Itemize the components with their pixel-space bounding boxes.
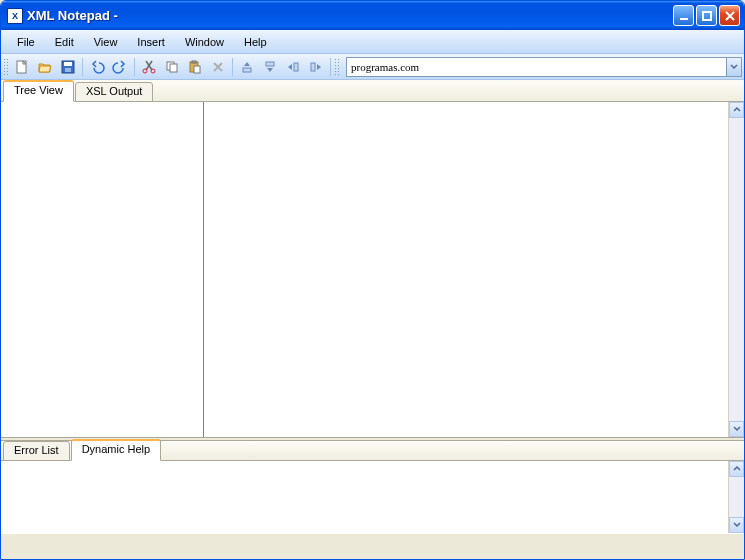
svg-rect-15 <box>192 61 196 63</box>
save-icon <box>60 59 76 75</box>
nudge-left-icon <box>285 59 301 75</box>
nudge-up-icon <box>239 59 255 75</box>
tab-error-list[interactable]: Error List <box>3 441 70 461</box>
nudge-left-button[interactable] <box>282 56 304 78</box>
nudge-down-button[interactable] <box>259 56 281 78</box>
titlebar: X XML Notepad - <box>1 1 744 30</box>
toolbar-separator <box>82 58 83 76</box>
menubar: File Edit View Insert Window Help <box>1 30 744 54</box>
statusbar <box>1 533 744 555</box>
work-area <box>1 102 744 437</box>
toolbar-separator <box>134 58 135 76</box>
nudge-down-icon <box>262 59 278 75</box>
save-button[interactable] <box>57 56 79 78</box>
tab-xsl-output[interactable]: XSL Output <box>75 82 153 102</box>
redo-button[interactable] <box>109 56 131 78</box>
minimize-button[interactable] <box>673 5 694 26</box>
menu-view[interactable]: View <box>84 33 128 51</box>
scroll-up-button[interactable] <box>729 461 744 477</box>
maximize-icon <box>699 8 715 24</box>
menu-help[interactable]: Help <box>234 33 277 51</box>
app-icon: X <box>7 8 23 24</box>
toolbar-grip[interactable] <box>3 58 8 76</box>
undo-icon <box>89 59 105 75</box>
copy-icon <box>164 59 180 75</box>
svg-rect-13 <box>170 64 177 72</box>
cut-button[interactable] <box>138 56 160 78</box>
menu-window[interactable]: Window <box>175 33 234 51</box>
svg-rect-16 <box>194 66 200 73</box>
delete-button[interactable] <box>207 56 229 78</box>
undo-button[interactable] <box>86 56 108 78</box>
window-title: XML Notepad - <box>27 8 118 23</box>
toolbar <box>1 54 744 80</box>
close-icon <box>722 8 738 24</box>
svg-point-11 <box>151 69 155 73</box>
bottom-scrollbar[interactable] <box>728 461 744 533</box>
menu-insert[interactable]: Insert <box>127 33 175 51</box>
open-folder-icon <box>37 59 53 75</box>
tree-pane[interactable] <box>1 102 204 437</box>
menu-file[interactable]: File <box>7 33 45 51</box>
copy-button[interactable] <box>161 56 183 78</box>
bottom-tabstrip: Error List Dynamic Help <box>1 441 744 461</box>
new-file-icon <box>14 59 30 75</box>
location-combo[interactable] <box>346 57 742 77</box>
cut-icon <box>141 59 157 75</box>
chevron-down-icon <box>733 425 741 433</box>
svg-rect-19 <box>243 68 251 72</box>
chevron-down-icon <box>733 521 741 529</box>
open-button[interactable] <box>34 56 56 78</box>
delete-icon <box>210 59 226 75</box>
nudge-up-button[interactable] <box>236 56 258 78</box>
chevron-up-icon <box>733 465 741 473</box>
svg-rect-20 <box>266 62 274 66</box>
svg-point-10 <box>143 69 147 73</box>
svg-rect-1 <box>703 12 711 20</box>
scroll-down-button[interactable] <box>729 421 744 437</box>
svg-rect-22 <box>311 63 315 71</box>
top-tabstrip: Tree View XSL Output <box>1 80 744 102</box>
svg-rect-7 <box>65 68 71 72</box>
paste-button[interactable] <box>184 56 206 78</box>
svg-rect-21 <box>294 63 298 71</box>
svg-rect-6 <box>64 62 72 66</box>
scroll-up-button[interactable] <box>729 102 744 118</box>
chevron-up-icon <box>733 106 741 114</box>
toolbar-separator <box>232 58 233 76</box>
bottom-pane[interactable] <box>1 461 744 533</box>
toolbar-separator <box>330 58 331 76</box>
nudge-right-button[interactable] <box>305 56 327 78</box>
toolbar-grip[interactable] <box>334 58 339 76</box>
nudge-right-icon <box>308 59 324 75</box>
tab-tree-view[interactable]: Tree View <box>3 80 74 102</box>
content-scrollbar[interactable] <box>728 102 744 437</box>
chevron-down-icon <box>730 63 738 71</box>
close-button[interactable] <box>719 5 740 26</box>
paste-icon <box>187 59 203 75</box>
maximize-button[interactable] <box>696 5 717 26</box>
scroll-down-button[interactable] <box>729 517 744 533</box>
content-pane[interactable] <box>204 102 744 437</box>
new-button[interactable] <box>11 56 33 78</box>
location-input[interactable] <box>347 61 726 73</box>
menu-edit[interactable]: Edit <box>45 33 84 51</box>
minimize-icon <box>676 8 692 24</box>
location-dropdown-button[interactable] <box>726 58 741 76</box>
redo-icon <box>112 59 128 75</box>
tab-dynamic-help[interactable]: Dynamic Help <box>71 439 161 461</box>
